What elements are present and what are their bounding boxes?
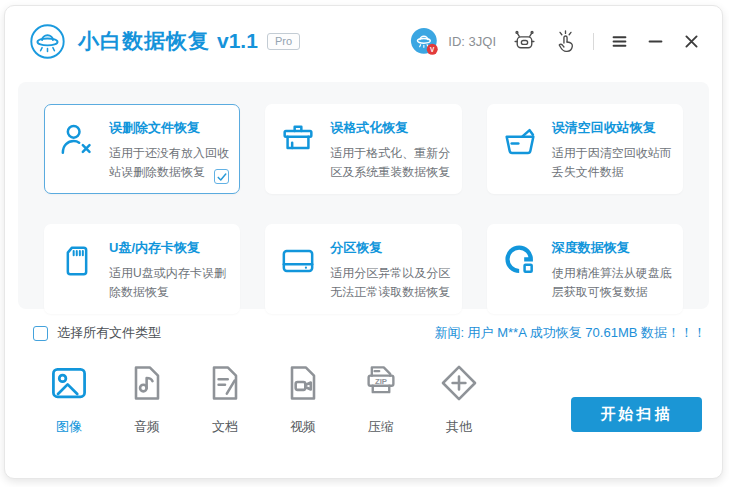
filetype-other[interactable]: 其他: [431, 361, 487, 436]
other-file-icon: [437, 361, 481, 405]
file-types-row: 图像 音频 文档 视频: [41, 361, 702, 436]
filetype-zip[interactable]: ZIP 压缩: [353, 361, 409, 436]
header-controls: V ID: 3JQI: [409, 26, 702, 57]
header-divider: [593, 33, 594, 50]
menu-button[interactable]: [608, 30, 630, 52]
logo-ufo-icon: [29, 23, 66, 60]
hard-drive-icon: [278, 241, 322, 301]
card-text: 分区恢复 适用分区异常以及分区无法正常读取数据恢复: [330, 238, 452, 301]
card-desc: 使用精准算法从硬盘底层获取可恢复数据: [552, 264, 674, 301]
filetype-audio[interactable]: 音频: [119, 361, 175, 436]
card-text: 误删除文件恢复 适用于还没有放入回收站误删除数据恢复: [109, 118, 231, 181]
image-file-icon: [47, 361, 91, 405]
card-desc: 适用分区异常以及分区无法正常读取数据恢复: [330, 264, 452, 301]
news-ticker: 新闻: 用户 M**A 成功恢复 70.61MB 数据！！！: [434, 324, 706, 342]
touch-icon[interactable]: [553, 29, 578, 54]
options-row: 选择所有文件类型 新闻: 用户 M**A 成功恢复 70.61MB 数据！！！: [33, 324, 706, 342]
filetype-label: 文档: [212, 418, 238, 436]
pro-badge: Pro: [267, 33, 300, 50]
app-window: 小白数据恢复 v1.1 Pro V ID: 3JQI: [4, 5, 723, 479]
start-scan-button[interactable]: 开始扫描: [571, 397, 702, 432]
card-title: 分区恢复: [330, 239, 452, 257]
sd-card-icon: [57, 241, 101, 301]
card-deep-recovery[interactable]: 深度数据恢复 使用精准算法从硬盘底层获取可恢复数据: [487, 224, 683, 314]
filetype-label: 视频: [290, 418, 316, 436]
card-title: 深度数据恢复: [552, 239, 674, 257]
card-deleted-file-recovery[interactable]: 误删除文件恢复 适用于还没有放入回收站误删除数据恢复: [44, 104, 240, 194]
card-desc: 适用于格式化、重新分区及系统重装数据恢复: [330, 144, 452, 181]
user-x-icon: [57, 121, 101, 181]
select-all-label: 选择所有文件类型: [57, 324, 161, 342]
menu-icon: [611, 33, 628, 50]
user-id: ID: 3JQI: [448, 34, 496, 49]
format-brush-icon: [278, 121, 322, 181]
video-file-icon: [281, 361, 325, 405]
card-text: U盘/内存卡恢复 适用U盘或内存卡误删除数据恢复: [109, 238, 231, 301]
user-avatar[interactable]: V: [409, 26, 440, 57]
title-bar: 小白数据恢复 v1.1 Pro V ID: 3JQI: [5, 6, 722, 82]
recycle-bin-icon: [500, 121, 544, 181]
card-title: 误格式化恢复: [330, 119, 452, 137]
minimize-button[interactable]: [644, 30, 666, 52]
card-usb-sd-recovery[interactable]: U盘/内存卡恢复 适用U盘或内存卡误删除数据恢复: [44, 224, 240, 314]
filetype-video[interactable]: 视频: [275, 361, 331, 436]
card-title: U盘/内存卡恢复: [109, 239, 231, 257]
card-text: 误格式化恢复 适用于格式化、重新分区及系统重装数据恢复: [330, 118, 452, 181]
card-recycle-bin-recovery[interactable]: 误清空回收站恢复 适用于因清空回收站而丢失文件数据: [487, 104, 683, 194]
doc-file-icon: [203, 361, 247, 405]
card-title: 误删除文件恢复: [109, 119, 231, 137]
select-all-filetypes[interactable]: 选择所有文件类型: [33, 324, 161, 342]
check-icon: [217, 172, 227, 182]
card-title: 误清空回收站恢复: [552, 119, 674, 137]
card-desc: 适用于还没有放入回收站误删除数据恢复: [109, 144, 231, 181]
filetype-label: 其他: [446, 418, 472, 436]
app-version: v1.1: [217, 29, 258, 53]
close-button[interactable]: [680, 30, 702, 52]
filetype-label: 音频: [134, 418, 160, 436]
recovery-modes-panel: 误删除文件恢复 适用于还没有放入回收站误删除数据恢复 误格式化恢复 适用于格式化…: [18, 82, 709, 309]
close-icon: [683, 33, 700, 50]
avatar-badge: V: [430, 45, 435, 52]
card-text: 误清空回收站恢复 适用于因清空回收站而丢失文件数据: [552, 118, 674, 181]
audio-file-icon: [125, 361, 169, 405]
card-desc: 适用于因清空回收站而丢失文件数据: [552, 144, 674, 181]
deep-scan-icon: [500, 241, 544, 301]
robot-icon[interactable]: [512, 29, 537, 54]
filetype-label: 图像: [56, 418, 82, 436]
avatar-ufo-icon: V: [409, 26, 440, 57]
card-partition-recovery[interactable]: 分区恢复 适用分区异常以及分区无法正常读取数据恢复: [265, 224, 461, 314]
card-desc: 适用U盘或内存卡误删除数据恢复: [109, 264, 231, 301]
card-checkbox-checked[interactable]: [214, 169, 229, 184]
filetype-image[interactable]: 图像: [41, 361, 97, 436]
card-format-recovery[interactable]: 误格式化恢复 适用于格式化、重新分区及系统重装数据恢复: [265, 104, 461, 194]
app-title: 小白数据恢复: [78, 27, 210, 55]
card-text: 深度数据恢复 使用精准算法从硬盘底层获取可恢复数据: [552, 238, 674, 301]
filetype-label: 压缩: [368, 418, 394, 436]
zip-label: ZIP: [375, 377, 387, 386]
zip-file-icon: ZIP: [359, 361, 403, 405]
minimize-icon: [647, 33, 664, 50]
filetype-document[interactable]: 文档: [197, 361, 253, 436]
select-all-checkbox[interactable]: [33, 326, 48, 341]
